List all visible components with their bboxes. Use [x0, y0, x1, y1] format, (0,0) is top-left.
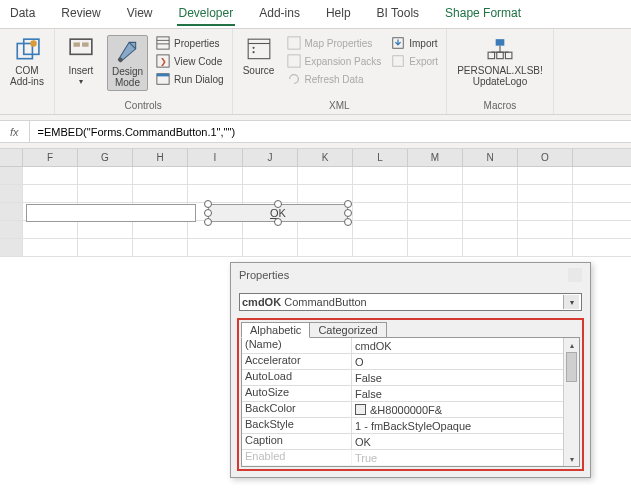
svg-rect-13: [157, 74, 169, 77]
insert-icon: [68, 37, 94, 63]
col-header[interactable]: M: [408, 149, 463, 166]
properties-titlebar[interactable]: Properties: [231, 263, 590, 287]
svg-rect-5: [82, 42, 89, 46]
prop-value[interactable]: False: [352, 370, 563, 385]
column-headers: F G H I J K L M N O: [0, 149, 631, 167]
col-header[interactable]: K: [298, 149, 353, 166]
resize-handle[interactable]: [204, 218, 212, 226]
object-selector[interactable]: cmdOK CommandButton ▾: [239, 293, 582, 311]
svg-rect-26: [497, 52, 504, 58]
col-header[interactable]: G: [78, 149, 133, 166]
tab-shape-format[interactable]: Shape Format: [443, 4, 523, 26]
run-dialog-button[interactable]: Run Dialog: [154, 71, 225, 87]
col-header[interactable]: J: [243, 149, 298, 166]
svg-rect-18: [287, 37, 299, 49]
import-button[interactable]: Import: [389, 35, 440, 51]
map-properties-icon: [287, 36, 301, 50]
tab-review[interactable]: Review: [59, 4, 102, 26]
close-icon[interactable]: [568, 268, 582, 282]
tab-data[interactable]: Data: [8, 4, 37, 26]
tab-view[interactable]: View: [125, 4, 155, 26]
resize-handle[interactable]: [344, 209, 352, 217]
fx-label[interactable]: fx: [0, 121, 30, 142]
map-properties-button[interactable]: Map Properties: [285, 35, 384, 51]
svg-text:❯: ❯: [160, 57, 167, 66]
tab-alphabetic[interactable]: Alphabetic: [241, 322, 310, 338]
personal-macro-button[interactable]: PERSONAL.XLSB! UpdateLogo: [453, 35, 547, 89]
prop-name[interactable]: AutoLoad: [242, 370, 352, 385]
resize-handle[interactable]: [204, 209, 212, 217]
prop-name[interactable]: Caption: [242, 434, 352, 449]
com-addins-button[interactable]: COM Add-ins: [6, 35, 48, 89]
export-button[interactable]: Export: [389, 53, 440, 69]
scroll-thumb[interactable]: [566, 352, 577, 382]
scroll-up-icon[interactable]: ▴: [564, 338, 579, 352]
col-header[interactable]: I: [188, 149, 243, 166]
col-header[interactable]: N: [463, 149, 518, 166]
svg-point-16: [252, 47, 254, 49]
chevron-down-icon: ▾: [79, 78, 83, 87]
tab-addins[interactable]: Add-ins: [257, 4, 302, 26]
resize-handle[interactable]: [344, 218, 352, 226]
design-mode-icon: [114, 38, 140, 64]
resize-handle[interactable]: [274, 200, 282, 208]
formula-input[interactable]: [30, 121, 631, 142]
resize-handle[interactable]: [274, 218, 282, 226]
scrollbar[interactable]: ▴ ▾: [563, 338, 579, 466]
formula-bar: fx: [0, 121, 631, 143]
import-icon: [391, 36, 405, 50]
source-icon: [246, 37, 272, 63]
prop-value[interactable]: True: [352, 450, 563, 465]
svg-rect-19: [287, 55, 299, 67]
resize-handle[interactable]: [344, 200, 352, 208]
prop-name[interactable]: Accelerator: [242, 354, 352, 369]
prop-name[interactable]: AutoSize: [242, 386, 352, 401]
svg-point-6: [119, 58, 123, 62]
chevron-down-icon[interactable]: ▾: [563, 295, 579, 309]
tab-bitools[interactable]: BI Tools: [375, 4, 421, 26]
prop-value[interactable]: OK: [352, 434, 563, 449]
svg-point-2: [30, 40, 37, 47]
property-grid[interactable]: (Name)cmdOK AcceleratorO AutoLoadFalse A…: [241, 337, 580, 467]
col-header[interactable]: L: [353, 149, 408, 166]
prop-value[interactable]: False: [352, 386, 563, 401]
svg-rect-7: [157, 37, 169, 49]
prop-name[interactable]: BackStyle: [242, 418, 352, 433]
tab-help[interactable]: Help: [324, 4, 353, 26]
macro-icon: [487, 37, 513, 63]
design-mode-button[interactable]: Design Mode: [107, 35, 148, 91]
prop-name[interactable]: (Name): [242, 338, 352, 353]
group-controls: Insert ▾ Design Mode Properties ❯View Co…: [55, 29, 233, 114]
scroll-down-icon[interactable]: ▾: [564, 452, 579, 466]
group-label-xml: XML: [329, 100, 350, 112]
source-button[interactable]: Source: [239, 35, 279, 78]
view-code-button[interactable]: ❯View Code: [154, 53, 225, 69]
properties-window[interactable]: Properties cmdOK CommandButton ▾ Alphabe…: [230, 262, 591, 478]
expansion-packs-button[interactable]: Expansion Packs: [285, 53, 384, 69]
prop-value[interactable]: &H8000000F&: [352, 402, 563, 417]
ribbon-tabs: Data Review View Developer Add-ins Help …: [0, 0, 631, 29]
run-dialog-icon: [156, 72, 170, 86]
col-header[interactable]: H: [133, 149, 188, 166]
insert-button[interactable]: Insert ▾: [61, 35, 101, 89]
prop-value[interactable]: cmdOK: [352, 338, 563, 353]
com-addins-icon: [14, 37, 40, 63]
prop-value[interactable]: O: [352, 354, 563, 369]
svg-rect-25: [488, 52, 495, 58]
resize-handle[interactable]: [204, 200, 212, 208]
refresh-data-button[interactable]: Refresh Data: [285, 71, 384, 87]
svg-rect-22: [496, 39, 505, 46]
group-label-controls: Controls: [125, 100, 162, 112]
svg-rect-14: [248, 39, 270, 58]
tab-developer[interactable]: Developer: [177, 4, 236, 26]
properties-button[interactable]: Properties: [154, 35, 225, 51]
color-swatch: [355, 404, 366, 415]
prop-name[interactable]: Enabled: [242, 450, 352, 465]
tab-categorized[interactable]: Categorized: [309, 322, 386, 338]
col-header[interactable]: F: [23, 149, 78, 166]
prop-name[interactable]: BackColor: [242, 402, 352, 417]
col-header[interactable]: O: [518, 149, 573, 166]
svg-rect-3: [70, 39, 92, 54]
textbox-control[interactable]: [26, 204, 196, 222]
prop-value[interactable]: 1 - fmBackStyleOpaque: [352, 418, 563, 433]
